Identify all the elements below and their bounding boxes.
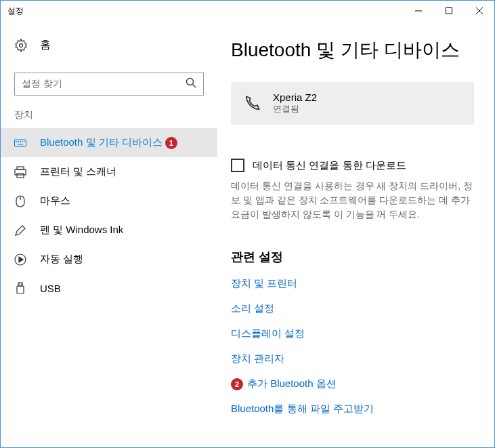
sidebar-item-pen[interactable]: 펜 및 Windows Ink — [1, 216, 217, 245]
mouse-icon — [14, 195, 26, 207]
svg-point-4 — [20, 43, 23, 47]
link-more-bluetooth-options[interactable]: 추가 Bluetooth 옵션 — [247, 378, 337, 390]
checkbox-icon — [231, 159, 244, 172]
page-title: Bluetooth 및 기타 디바이스 — [231, 37, 474, 63]
minimize-button[interactable] — [403, 1, 433, 21]
sidebar-section-label: 장치 — [1, 109, 217, 121]
svg-point-5 — [187, 79, 194, 85]
home-label: 홈 — [40, 38, 51, 52]
search-icon — [186, 77, 196, 91]
metered-download-checkbox[interactable]: 데이터 통신 연결을 통한 다운로드 — [231, 159, 474, 172]
keyboard-icon — [14, 137, 26, 149]
usb-icon — [14, 282, 26, 294]
sidebar-item-bluetooth[interactable]: Bluetooth 및 기타 디바이스 1 — [1, 128, 217, 157]
device-status: 연결됨 — [273, 103, 317, 115]
link-display-settings[interactable]: 디스플레이 설정 — [231, 327, 474, 340]
device-name: Xperia Z2 — [273, 91, 317, 103]
svg-rect-22 — [17, 286, 24, 293]
svg-line-6 — [193, 85, 196, 88]
link-devices-printers[interactable]: 장치 및 프린터 — [231, 277, 474, 290]
window-controls — [403, 1, 494, 21]
sidebar-item-mouse[interactable]: 마우스 — [1, 186, 217, 216]
device-card[interactable]: Xperia Z2 연결됨 — [231, 82, 474, 125]
svg-rect-16 — [17, 174, 24, 178]
svg-rect-1 — [446, 8, 452, 14]
svg-point-10 — [20, 141, 21, 142]
link-sound-settings[interactable]: 소리 설정 — [231, 302, 474, 315]
checkbox-label: 데이터 통신 연결을 통한 다운로드 — [253, 159, 406, 172]
svg-rect-14 — [17, 167, 24, 169]
sidebar-item-label: USB — [40, 283, 61, 294]
link-device-manager[interactable]: 장치 관리자 — [231, 352, 474, 365]
svg-point-8 — [16, 141, 17, 142]
gear-icon — [14, 39, 28, 52]
search-placeholder: 설정 찾기 — [22, 78, 62, 90]
sidebar-item-label: Bluetooth 및 기타 디바이스 — [40, 136, 163, 149]
sidebar-item-printers[interactable]: 프린터 및 스캐너 — [1, 157, 217, 186]
svg-marker-20 — [19, 257, 23, 262]
window-title: 설정 — [7, 5, 24, 17]
phone-icon — [242, 94, 262, 114]
checkbox-description: 데이터 통신 연결을 사용하는 경우 새 장치의 드라이버, 정보 및 앱과 같… — [231, 179, 474, 222]
svg-point-11 — [22, 141, 23, 142]
autoplay-icon — [14, 253, 26, 266]
sidebar-item-label: 프린터 및 스캐너 — [40, 165, 116, 178]
annotation-badge-1: 1 — [165, 137, 177, 149]
svg-point-12 — [24, 141, 25, 142]
pen-icon — [14, 224, 26, 237]
sidebar-item-usb[interactable]: USB — [1, 274, 217, 302]
maximize-button[interactable] — [433, 1, 464, 21]
sidebar-item-label: 펜 및 Windows Ink — [40, 224, 123, 237]
related-settings-heading: 관련 설정 — [231, 249, 474, 265]
link-bluetooth-file-transfer[interactable]: Bluetooth를 통해 파일 주고받기 — [231, 403, 474, 415]
svg-rect-7 — [15, 140, 26, 146]
sidebar-item-autoplay[interactable]: 자동 실행 — [1, 245, 217, 274]
svg-point-9 — [18, 141, 19, 142]
search-input[interactable]: 설정 찾기 — [14, 73, 204, 96]
main-content: Bluetooth 및 기타 디바이스 Xperia Z2 연결됨 데이터 통신… — [217, 21, 494, 447]
close-button[interactable] — [464, 1, 494, 21]
sidebar-item-label: 마우스 — [40, 195, 70, 207]
sidebar-item-label: 자동 실행 — [40, 253, 83, 266]
home-button[interactable]: 홈 — [1, 38, 217, 52]
sidebar: 홈 설정 찾기 장치 Bluetooth 및 기타 디바이스 1 — [1, 21, 217, 447]
printer-icon — [14, 166, 26, 178]
annotation-badge-2: 2 — [231, 378, 243, 390]
